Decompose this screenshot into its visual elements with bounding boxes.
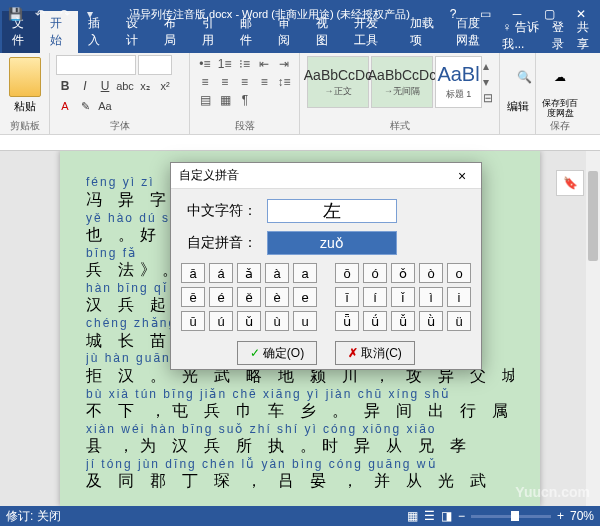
dialog-close-icon[interactable]: × — [451, 168, 473, 184]
undo-icon[interactable]: ↶ — [29, 3, 51, 25]
tone-button[interactable]: ǐ — [391, 287, 415, 307]
tab-view[interactable]: 视图 — [306, 11, 344, 53]
tab-addins[interactable]: 加载项 — [400, 11, 447, 53]
tone-button[interactable]: ǜ — [419, 311, 443, 331]
tone-button[interactable]: u — [293, 311, 317, 331]
save-baidu-button[interactable]: 保存到百度网盘 — [542, 99, 578, 119]
text-line: 及 同 郡 丁 琛 ， 吕 晏 ， 并 从 光 武 — [86, 471, 514, 492]
font-family-select[interactable] — [56, 55, 136, 75]
zoom-slider[interactable] — [471, 515, 551, 518]
styles-down-icon[interactable]: ▾ — [483, 75, 493, 89]
strike-button[interactable]: abc — [116, 77, 134, 95]
tone-button[interactable]: ǚ — [391, 311, 415, 331]
inc-indent-button[interactable]: ⇥ — [275, 55, 293, 73]
zoom-in-icon[interactable]: + — [557, 509, 564, 523]
share-button[interactable]: 共享 — [577, 19, 594, 53]
baidu-cloud-icon[interactable]: ☁ — [542, 59, 578, 95]
tone-button[interactable]: ī — [335, 287, 359, 307]
styles-up-icon[interactable]: ▴ — [483, 59, 493, 73]
tone-button[interactable]: ì — [419, 287, 443, 307]
style-nospacing[interactable]: AaBbCcDc →无间隔 — [371, 56, 433, 108]
tone-button[interactable]: e — [293, 287, 317, 307]
tab-layout[interactable]: 布局 — [154, 11, 192, 53]
zoom-out-icon[interactable]: − — [458, 509, 465, 523]
tone-button[interactable]: í — [363, 287, 387, 307]
paste-button[interactable]: 粘贴 — [6, 99, 43, 114]
line-spacing-button[interactable]: ↕≡ — [275, 73, 293, 91]
tone-button[interactable]: è — [265, 287, 289, 307]
style-heading1[interactable]: AaBl 标题 1 — [435, 56, 482, 108]
redo-icon[interactable]: ↷ — [54, 3, 76, 25]
shading-button[interactable]: ▤ — [196, 91, 214, 109]
dec-indent-button[interactable]: ⇤ — [255, 55, 273, 73]
highlight-button[interactable]: ✎ — [76, 97, 94, 115]
bullets-button[interactable]: •≡ — [196, 55, 214, 73]
tone-button[interactable]: ǘ — [363, 311, 387, 331]
tab-references[interactable]: 引用 — [192, 11, 230, 53]
clear-format-button[interactable]: Aa — [96, 97, 114, 115]
tone-button[interactable]: i — [447, 287, 471, 307]
ruler[interactable] — [0, 135, 600, 151]
tab-design[interactable]: 设计 — [116, 11, 154, 53]
dialog-title: 自定义拼音 — [179, 167, 239, 184]
align-right-button[interactable]: ≡ — [236, 73, 254, 91]
zoom-level[interactable]: 70% — [570, 509, 594, 523]
view-read-icon[interactable]: ☰ — [424, 509, 435, 523]
bold-button[interactable]: B — [56, 77, 74, 95]
numbering-button[interactable]: 1≡ — [216, 55, 234, 73]
scroll-thumb[interactable] — [588, 171, 598, 261]
paste-icon[interactable] — [9, 57, 41, 97]
tab-developer[interactable]: 开发工具 — [344, 11, 400, 53]
save-icon[interactable]: 💾 — [4, 3, 26, 25]
tone-button[interactable]: à — [265, 263, 289, 283]
tone-button[interactable]: é — [209, 287, 233, 307]
tab-mail[interactable]: 邮件 — [230, 11, 268, 53]
bookmark-icon[interactable]: 🔖 — [556, 170, 584, 196]
borders-button[interactable]: ▦ — [216, 91, 234, 109]
tone-button[interactable]: ō — [335, 263, 359, 283]
tone-button[interactable]: ú — [209, 311, 233, 331]
align-center-button[interactable]: ≡ — [216, 73, 234, 91]
underline-button[interactable]: U — [96, 77, 114, 95]
show-marks-button[interactable]: ¶ — [236, 91, 254, 109]
align-left-button[interactable]: ≡ — [196, 73, 214, 91]
tone-button[interactable]: a — [293, 263, 317, 283]
styles-more-icon[interactable]: ⊟ — [483, 91, 493, 105]
tab-baidu[interactable]: 百度网盘 — [446, 11, 502, 53]
view-print-icon[interactable]: ▦ — [407, 509, 418, 523]
tell-me[interactable]: ♀ 告诉我... — [502, 19, 543, 53]
login-link[interactable]: 登录 — [552, 19, 569, 53]
view-web-icon[interactable]: ◨ — [441, 509, 452, 523]
tone-button[interactable]: ǔ — [237, 311, 261, 331]
font-color-button[interactable]: A — [56, 97, 74, 115]
tone-row-a: āáǎàa — [181, 263, 317, 283]
tone-button[interactable]: ē — [181, 287, 205, 307]
custom-pinyin-input[interactable] — [267, 231, 397, 255]
tab-review[interactable]: 审阅 — [268, 11, 306, 53]
status-track-changes[interactable]: 修订: 关闭 — [6, 508, 61, 525]
tone-button[interactable]: ü — [447, 311, 471, 331]
tone-button[interactable]: o — [447, 263, 471, 283]
cancel-button[interactable]: ✗取消(C) — [335, 341, 415, 365]
tone-button[interactable]: ó — [363, 263, 387, 283]
vertical-scrollbar[interactable] — [586, 151, 600, 506]
italic-button[interactable]: I — [76, 77, 94, 95]
tone-button[interactable]: ě — [237, 287, 261, 307]
superscript-button[interactable]: x² — [156, 77, 174, 95]
justify-button[interactable]: ≡ — [255, 73, 273, 91]
edit-menu[interactable]: 编辑 — [506, 99, 529, 114]
tone-button[interactable]: ù — [265, 311, 289, 331]
subscript-button[interactable]: x₂ — [136, 77, 154, 95]
tone-button[interactable]: ò — [419, 263, 443, 283]
font-size-select[interactable] — [138, 55, 172, 75]
multilevel-button[interactable]: ⁝≡ — [236, 55, 254, 73]
ok-button[interactable]: ✓确定(O) — [237, 341, 317, 365]
tone-button[interactable]: á — [209, 263, 233, 283]
tone-button[interactable]: ǒ — [391, 263, 415, 283]
qat-more-icon[interactable]: ▾ — [79, 3, 101, 25]
tone-button[interactable]: ǖ — [335, 311, 359, 331]
tone-button[interactable]: ā — [181, 263, 205, 283]
style-normal[interactable]: AaBbCcDc →正文 — [307, 56, 369, 108]
tone-button[interactable]: ǎ — [237, 263, 261, 283]
tone-button[interactable]: ū — [181, 311, 205, 331]
